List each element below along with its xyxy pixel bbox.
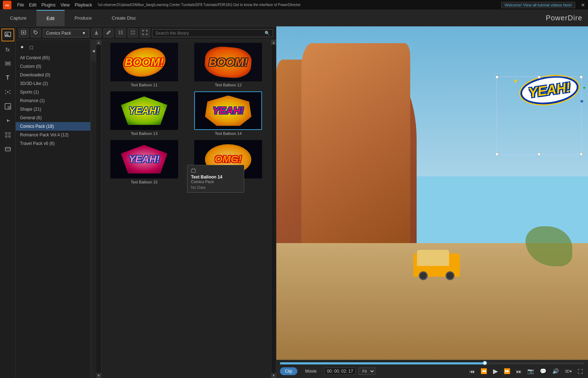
sidebar-icon-transitions[interactable] bbox=[1, 57, 14, 70]
scroll-down-right[interactable]: ▼ bbox=[271, 373, 276, 378]
menu-view[interactable]: View bbox=[60, 2, 70, 7]
yeah-overlay: YEAH! bbox=[527, 80, 571, 100]
split-button[interactable] bbox=[116, 29, 126, 37]
tooltip-popup: Text Balloon 14 Comics Pack No Data bbox=[187, 165, 244, 193]
grid-area: ▲ ▼ BOOM! Text Balloon 11 bbox=[96, 40, 276, 378]
sidebar-icon-pip[interactable] bbox=[1, 100, 14, 113]
ctrl-row: Clip Movie 00; 00; 02; 17 Fit ⏮ ⏪ ▶ ⏩ ⏭ … bbox=[280, 367, 584, 376]
next-frame-button[interactable]: ⏭ bbox=[515, 368, 523, 375]
import-button[interactable] bbox=[19, 29, 29, 37]
scroll-up-arrow[interactable]: ▲ bbox=[96, 40, 101, 45]
cat-shape[interactable]: Shape (21) bbox=[16, 105, 90, 114]
play-button[interactable]: ▶ bbox=[492, 367, 499, 376]
svg-rect-4 bbox=[5, 61, 7, 66]
content-toolbar: Comics Pack ▼ 🔍 bbox=[16, 26, 276, 40]
wand-icon-btn[interactable]: ✦ bbox=[19, 44, 26, 51]
scroll-up-right[interactable]: ▲ bbox=[271, 40, 276, 45]
thumb-label: Text Balloon 14 bbox=[215, 131, 242, 136]
cat-custom[interactable]: Custom (0) bbox=[16, 62, 90, 71]
scroll-down-arrow[interactable]: ▼ bbox=[96, 373, 101, 378]
thumb-balloon-15[interactable]: YEAH! bbox=[110, 140, 178, 178]
eraser-icon-btn[interactable]: ◻ bbox=[28, 44, 35, 51]
menu-bar: File Edit Plugins View Playback bbox=[17, 2, 92, 7]
cat-romance[interactable]: Romance (1) bbox=[16, 96, 90, 105]
cat-general[interactable]: General (6) bbox=[16, 114, 90, 122]
tooltip-subtitle: Comics Pack bbox=[191, 180, 240, 184]
svg-text:PD: PD bbox=[5, 4, 9, 7]
cat-travel-pack[interactable]: Travel Pack v6 (6) bbox=[16, 139, 90, 148]
list-item[interactable]: YEAH! Text Balloon 13 bbox=[104, 91, 184, 136]
step-back-button[interactable]: ⏪ bbox=[479, 367, 489, 375]
app-title: PowerDire bbox=[546, 14, 588, 22]
fullscreen-preview-button[interactable]: ⛶ bbox=[576, 368, 584, 375]
edit-button[interactable] bbox=[104, 29, 114, 37]
menu-plugins[interactable]: Plugins bbox=[41, 2, 55, 7]
sidebar-icon-text[interactable]: T bbox=[1, 71, 14, 84]
download-button[interactable] bbox=[91, 29, 101, 37]
svg-rect-25 bbox=[133, 30, 135, 32]
nav-produce[interactable]: Produce bbox=[65, 10, 102, 26]
3d-button[interactable]: 3D▾ bbox=[563, 368, 573, 374]
fit-select[interactable]: Fit bbox=[358, 368, 375, 375]
svg-rect-17 bbox=[5, 147, 10, 151]
prev-frame-button[interactable]: ⏮ bbox=[468, 368, 476, 375]
cat-3d[interactable]: 3D/3D-Like (2) bbox=[16, 79, 90, 88]
menu-file[interactable]: File bbox=[17, 2, 24, 7]
sidebar-icon-menu-designer[interactable] bbox=[1, 143, 14, 156]
nav-edit[interactable]: Edit bbox=[36, 10, 64, 26]
app-logo: PD bbox=[3, 1, 11, 9]
thumb-balloon-11[interactable]: BOOM! bbox=[110, 43, 178, 81]
search-icon[interactable]: 🔍 bbox=[265, 31, 270, 36]
sidebar-icon-media[interactable] bbox=[1, 29, 14, 41]
cat-sports[interactable]: Sports (1) bbox=[16, 88, 90, 96]
pack-dropdown[interactable]: Comics Pack ▼ bbox=[43, 29, 89, 37]
list-item[interactable]: YEAH! Text Balloon 14 bbox=[189, 91, 268, 136]
snapshot-button[interactable]: 📷 bbox=[526, 367, 536, 375]
thumb-balloon-13[interactable]: YEAH! bbox=[110, 91, 178, 130]
scroll-right: ▲ ▼ bbox=[271, 40, 276, 378]
thumb-label: Text Balloon 12 bbox=[215, 83, 242, 87]
sidebar-icon-particles[interactable] bbox=[1, 86, 14, 99]
svg-rect-23 bbox=[121, 30, 123, 35]
list-item[interactable]: BOOM! Text Balloon 12 bbox=[189, 43, 268, 87]
preview-video: YEAH! ★ ★ ✦ bbox=[276, 26, 588, 360]
content-panel: Comics Pack ▼ 🔍 bbox=[16, 26, 276, 378]
thumb-label: Text Balloon 15 bbox=[131, 180, 157, 184]
thumb-balloon-14[interactable]: YEAH! bbox=[194, 91, 262, 130]
volume-button[interactable]: 🔊 bbox=[551, 367, 561, 375]
svg-rect-13 bbox=[5, 132, 7, 135]
menu-playback[interactable]: Playback bbox=[75, 2, 92, 7]
svg-rect-22 bbox=[119, 30, 120, 35]
svg-rect-26 bbox=[131, 33, 132, 35]
search-input[interactable] bbox=[155, 31, 262, 36]
cat-romance-pack[interactable]: Romance Pack Vol.4 (12) bbox=[16, 131, 90, 139]
grid-button[interactable] bbox=[128, 29, 138, 37]
menu-edit[interactable]: Edit bbox=[29, 2, 36, 7]
subtitle-button[interactable]: 💬 bbox=[538, 367, 548, 375]
list-item[interactable]: BOOM! Text Balloon 11 bbox=[104, 43, 184, 87]
tag-button[interactable] bbox=[31, 29, 41, 37]
cat-comics-pack[interactable]: Comics Pack (18) bbox=[16, 122, 90, 131]
tooltip-nodata: No Data bbox=[191, 185, 240, 190]
sidebar-icon-audio[interactable] bbox=[1, 114, 14, 127]
sidebar-icon-fx[interactable]: fx bbox=[1, 43, 14, 56]
welcome-banner[interactable]: Welcome! View all tutorial videos here! bbox=[501, 2, 575, 8]
step-fwd-button[interactable]: ⏩ bbox=[502, 367, 512, 375]
fullscreen-button[interactable] bbox=[140, 29, 150, 37]
list-item[interactable]: YEAH! Text Balloon 15 bbox=[104, 140, 184, 184]
tab-clip[interactable]: Clip bbox=[280, 367, 297, 375]
cat-all-content[interactable]: All Content (65) bbox=[16, 54, 90, 62]
close-icon[interactable]: ✕ bbox=[581, 2, 585, 8]
progress-bar[interactable] bbox=[280, 362, 584, 364]
tab-movie[interactable]: Movie bbox=[300, 367, 322, 375]
collapse-sidebar-button[interactable]: ◀ bbox=[91, 40, 96, 61]
cat-downloaded[interactable]: Downloaded (0) bbox=[16, 71, 90, 79]
svg-rect-12 bbox=[7, 106, 10, 109]
nav-capture[interactable]: Capture bbox=[0, 10, 36, 26]
thumb-balloon-12[interactable]: BOOM! bbox=[194, 43, 262, 81]
svg-rect-28 bbox=[191, 169, 196, 172]
sidebar-icons: fx T bbox=[0, 26, 16, 378]
nav-create-disc[interactable]: Create Disc bbox=[102, 10, 146, 26]
chevron-down-icon: ▼ bbox=[82, 31, 86, 36]
sidebar-icon-video-collage[interactable] bbox=[1, 128, 14, 141]
